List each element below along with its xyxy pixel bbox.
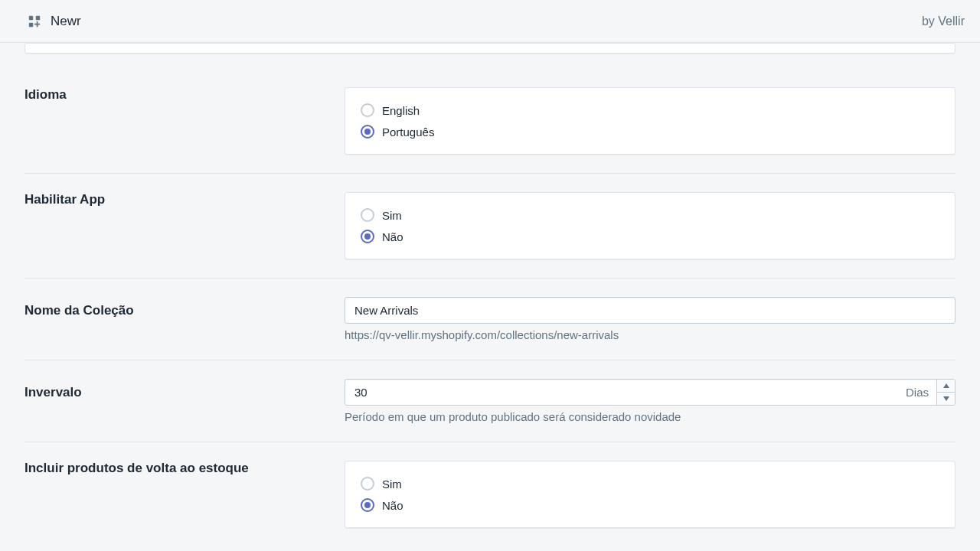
section-colecao: Nome da Coleção https://qv-vellir.myshop… <box>24 297 956 360</box>
caret-up-icon <box>943 383 949 388</box>
section-title-wrapper: Idioma <box>24 87 345 155</box>
incluir-card: Sim Não <box>345 461 956 528</box>
collection-url-helper: https://qv-vellir.myshopify.com/collecti… <box>345 328 956 341</box>
section-title-wrapper: Habilitar App <box>24 192 345 259</box>
radio-sim[interactable]: Sim <box>361 208 939 222</box>
radio-label: English <box>382 104 420 117</box>
stepper <box>936 380 955 405</box>
previous-card-edge <box>24 43 956 54</box>
collection-name-input[interactable] <box>345 297 956 324</box>
interval-input[interactable] <box>345 380 898 405</box>
radio-icon <box>361 477 374 491</box>
topbar-left: Newr <box>28 14 81 29</box>
content: Idioma English Português Habilitar App <box>0 43 980 528</box>
radio-label: Sim <box>382 478 402 491</box>
caret-down-icon <box>943 396 949 401</box>
idioma-card: English Português <box>345 87 956 155</box>
radio-english[interactable]: English <box>361 103 939 117</box>
section-body: https://qv-vellir.myshopify.com/collecti… <box>345 297 956 341</box>
radio-portugues[interactable]: Português <box>361 125 939 139</box>
section-title-wrapper: Nome da Coleção <box>24 297 345 341</box>
section-body: English Português <box>345 87 956 155</box>
section-title: Nome da Coleção <box>24 303 345 318</box>
radio-nao[interactable]: Não <box>361 230 939 243</box>
svg-rect-0 <box>29 15 33 19</box>
radio-label: Não <box>382 230 403 243</box>
topbar: Newr by Vellir <box>0 0 980 43</box>
radio-nao[interactable]: Não <box>361 498 939 512</box>
radio-icon <box>361 498 374 512</box>
radio-label: Não <box>382 499 403 512</box>
section-body: Sim Não <box>345 461 956 528</box>
habilitar-card: Sim Não <box>345 192 956 259</box>
interval-input-wrapper: Dias <box>345 379 956 406</box>
section-title-wrapper: Invervalo <box>24 379 345 423</box>
radio-icon <box>361 125 374 139</box>
apps-icon <box>28 15 41 28</box>
section-idioma: Idioma English Português <box>24 87 956 174</box>
app-name: Newr <box>51 14 81 29</box>
section-title: Invervalo <box>24 385 345 400</box>
section-title: Incluir produtos de volta ao estoque <box>24 461 345 476</box>
svg-rect-2 <box>29 22 33 26</box>
radio-label: Português <box>382 126 434 139</box>
radio-icon <box>361 103 374 117</box>
section-body: Sim Não <box>345 192 956 259</box>
section-title-wrapper: Incluir produtos de volta ao estoque <box>24 461 345 528</box>
section-body: Dias Período em que um produto publicado… <box>345 379 956 423</box>
step-down-button[interactable] <box>937 393 955 405</box>
section-title: Idioma <box>24 87 345 103</box>
vendor-label: by Vellir <box>922 15 965 28</box>
radio-icon <box>361 230 374 243</box>
interval-helper: Período em que um produto publicado será… <box>345 410 956 423</box>
section-title: Habilitar App <box>24 192 345 207</box>
svg-rect-1 <box>36 15 40 19</box>
section-habilitar: Habilitar App Sim Não <box>24 192 956 279</box>
section-incluir: Incluir produtos de volta ao estoque Sim… <box>24 461 956 528</box>
radio-label: Sim <box>382 209 402 222</box>
radio-sim[interactable]: Sim <box>361 477 939 491</box>
step-up-button[interactable] <box>937 380 955 393</box>
radio-icon <box>361 208 374 222</box>
interval-unit: Dias <box>898 380 936 405</box>
section-intervalo: Invervalo Dias Período em que um produto… <box>24 379 956 442</box>
